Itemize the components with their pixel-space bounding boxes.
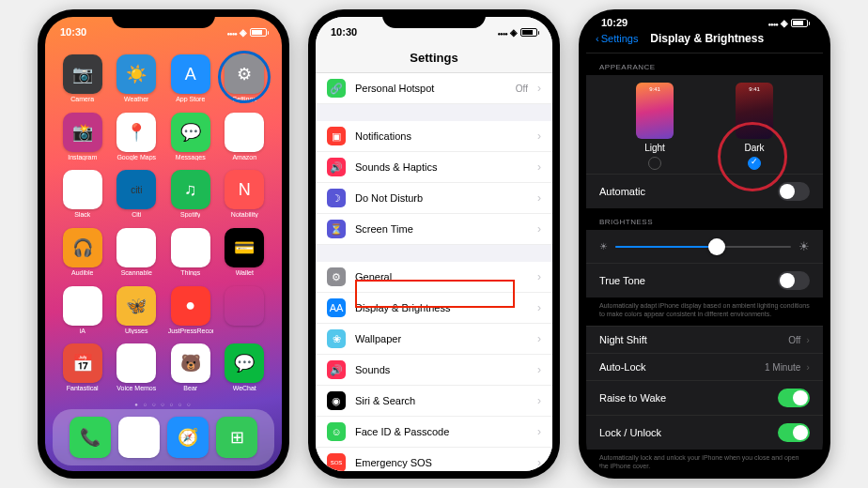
status-time: 10:30 bbox=[60, 26, 86, 38]
automatic-row[interactable]: Automatic bbox=[586, 174, 823, 208]
settings-label: Wallpaper bbox=[355, 333, 528, 344]
dock: 📞M🧭⊞ bbox=[53, 409, 274, 465]
settings-row-notifications[interactable]: ▣Notifications› bbox=[316, 121, 552, 152]
app-fantastical[interactable]: 📅Fantastical bbox=[58, 343, 107, 392]
app-spotify[interactable]: ♫Spotify bbox=[166, 170, 215, 219]
chevron-right-icon: › bbox=[537, 130, 541, 143]
automatic-toggle[interactable] bbox=[778, 182, 810, 201]
settings-row-display-brightness[interactable]: AADisplay & Brightness› bbox=[316, 293, 552, 324]
app-camera[interactable]: 📷Camera bbox=[58, 54, 107, 103]
nav-title: Display & Brightness bbox=[600, 32, 814, 45]
settings-row-wallpaper[interactable]: ❀Wallpaper› bbox=[316, 324, 552, 355]
page-dots[interactable]: ● ○ ○ ○ ○ ○ ○ bbox=[45, 400, 282, 409]
app-label: Wallet bbox=[236, 269, 254, 276]
app-icon: A bbox=[171, 54, 210, 94]
true-tone-row[interactable]: True Tone bbox=[586, 263, 823, 297]
app-icon: 🦋 bbox=[116, 286, 156, 326]
chevron-right-icon: › bbox=[806, 334, 810, 345]
radio-selected[interactable] bbox=[748, 157, 761, 170]
settings-icon: ☽ bbox=[327, 189, 346, 207]
settings-label: General bbox=[355, 271, 528, 282]
dock-app[interactable]: M bbox=[118, 417, 160, 458]
lock-unlock-row[interactable]: Lock / Unlock bbox=[586, 415, 823, 450]
settings-row-do-not-disturb[interactable]: ☽Do Not Disturb› bbox=[316, 183, 552, 214]
app-things[interactable]: ☑Things bbox=[166, 228, 215, 277]
lock-unlock-toggle[interactable] bbox=[778, 423, 810, 442]
brightness-slider[interactable] bbox=[615, 246, 791, 248]
chevron-right-icon: › bbox=[537, 363, 541, 376]
app-icon: 📷 bbox=[63, 54, 102, 94]
dock-app[interactable]: ⊞ bbox=[216, 417, 257, 458]
app-amazon[interactable]: aAmazon bbox=[221, 113, 270, 161]
battery-icon bbox=[250, 28, 267, 37]
chevron-right-icon: › bbox=[537, 394, 541, 407]
settings-value: Off bbox=[516, 84, 528, 94]
app-wechat[interactable]: 💬WeChat bbox=[221, 343, 270, 392]
app-icon: 💬 bbox=[225, 343, 264, 383]
app-label: App Store bbox=[176, 96, 205, 102]
app-ia[interactable]: iAiA bbox=[58, 286, 107, 335]
phone-home-screen: 10:30 📷Camera☀️WeatherAApp Store⚙Setting… bbox=[38, 9, 289, 479]
settings-row-face-id-passcode[interactable]: ☺Face ID & Passcode› bbox=[316, 417, 552, 448]
app-instagram[interactable]: 📸Instagram bbox=[58, 113, 107, 161]
app-label: Settings bbox=[233, 96, 256, 102]
settings-icon: ❀ bbox=[327, 329, 346, 348]
app-voice-memos[interactable]: 🎙Voice Memos bbox=[113, 343, 162, 392]
signal-icon bbox=[768, 17, 779, 28]
settings-row-general[interactable]: ⚙General› bbox=[316, 262, 552, 293]
chevron-left-icon: ‹ bbox=[596, 33, 599, 44]
night-shift-row[interactable]: Night Shift Off › bbox=[586, 326, 823, 353]
settings-table[interactable]: 🔗Personal HotspotOff›▣Notifications›🔊Sou… bbox=[316, 73, 552, 471]
settings-row-screen-time[interactable]: ⏳Screen Time› bbox=[316, 214, 552, 245]
settings-row-siri-search[interactable]: ◉Siri & Search› bbox=[316, 386, 552, 417]
app-icon bbox=[225, 286, 264, 326]
settings-row-sounds-haptics[interactable]: 🔊Sounds & Haptics› bbox=[316, 152, 552, 183]
wifi-icon bbox=[240, 26, 247, 38]
brightness-slider-row: ☀ ☀ bbox=[586, 230, 823, 263]
settings-icon: ◉ bbox=[327, 391, 346, 410]
lock-unlock-description: Automatically lock and unlock your iPhon… bbox=[586, 450, 823, 471]
app-weather[interactable]: ☀️Weather bbox=[113, 54, 162, 103]
settings-row-sounds[interactable]: 🔊Sounds› bbox=[316, 355, 552, 386]
app-messages[interactable]: 💬Messages bbox=[166, 113, 215, 161]
app-label: Google Maps bbox=[116, 154, 156, 160]
app-google-maps[interactable]: 📍Google Maps bbox=[113, 113, 162, 161]
radio-unselected[interactable] bbox=[648, 157, 661, 170]
auto-lock-row[interactable]: Auto-Lock 1 Minute › bbox=[586, 353, 823, 380]
chevron-right-icon: › bbox=[537, 191, 541, 205]
app-icon: 📍 bbox=[116, 113, 156, 152]
app-settings[interactable]: ⚙Settings bbox=[221, 54, 270, 103]
dock-app[interactable]: 🧭 bbox=[167, 417, 209, 458]
appearance-light-option[interactable]: 9:41 Light bbox=[636, 83, 674, 170]
appearance-dark-option[interactable]: 9:41 Dark bbox=[736, 83, 773, 170]
app-icon: 🎧 bbox=[63, 228, 102, 267]
raise-to-wake-toggle[interactable] bbox=[778, 389, 810, 407]
app-label: Bear bbox=[183, 385, 197, 391]
app-slack[interactable]: ✱Slack bbox=[58, 170, 107, 219]
true-tone-toggle[interactable] bbox=[778, 271, 810, 290]
app-ulysses[interactable]: 🦋Ulysses bbox=[113, 286, 162, 335]
app-empty bbox=[221, 286, 270, 335]
raise-to-wake-row[interactable]: Raise to Wake bbox=[586, 380, 823, 415]
settings-icon: ⚙ bbox=[327, 267, 346, 286]
app-label: Camera bbox=[70, 96, 94, 102]
dock-app[interactable]: 📞 bbox=[70, 417, 111, 458]
app-app-store[interactable]: AApp Store bbox=[166, 54, 215, 103]
settings-row-emergency-sos[interactable]: SOSEmergency SOS› bbox=[316, 448, 552, 471]
app-bear[interactable]: 🐻Bear bbox=[166, 343, 215, 392]
appearance-header: APPEARANCE bbox=[586, 53, 823, 75]
app-notability[interactable]: NNotability bbox=[221, 170, 270, 219]
settings-icon: AA bbox=[327, 298, 346, 317]
app-justpressrecord[interactable]: ●JustPressRecord bbox=[166, 286, 215, 335]
settings-row-personal-hotspot[interactable]: 🔗Personal HotspotOff› bbox=[316, 73, 552, 104]
app-scannable[interactable]: ⊡Scannable bbox=[113, 228, 162, 277]
settings-label: Personal Hotspot bbox=[355, 83, 506, 94]
true-tone-description: Automatically adapt iPhone display based… bbox=[586, 297, 823, 326]
status-time: 10:29 bbox=[601, 17, 628, 28]
chevron-right-icon: › bbox=[537, 270, 541, 283]
app-wallet[interactable]: 💳Wallet bbox=[221, 228, 270, 277]
app-citi[interactable]: citiCiti bbox=[113, 170, 162, 219]
app-audible[interactable]: 🎧Audible bbox=[58, 228, 107, 277]
sun-large-icon: ☀ bbox=[798, 239, 810, 253]
settings-icon: ⏳ bbox=[327, 220, 346, 238]
